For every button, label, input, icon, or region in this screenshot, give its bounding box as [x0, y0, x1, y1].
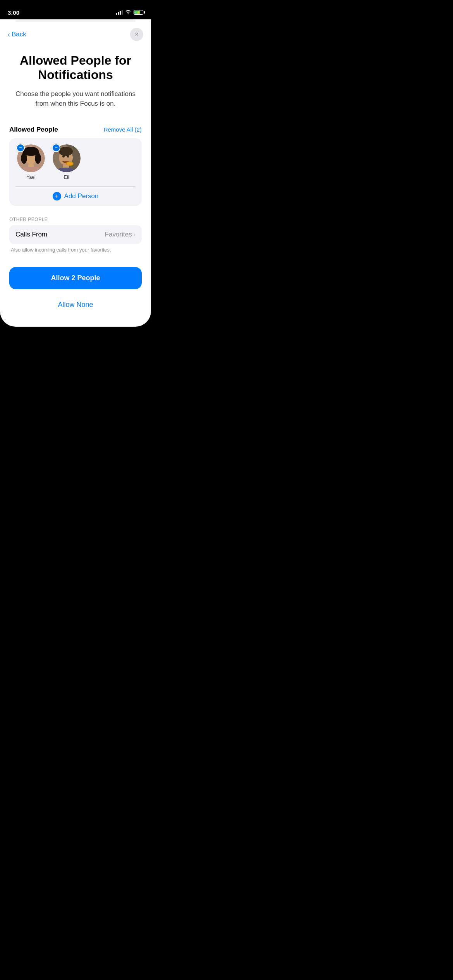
svg-point-14 [62, 155, 65, 158]
section-title: Allowed People [9, 126, 58, 134]
avatar-container-yael [17, 144, 45, 172]
status-time: 3:00 [8, 9, 19, 16]
title-section: Allowed People for Notifications Choose … [9, 46, 142, 115]
other-people-section: OTHER PEOPLE Calls From Favorites › Also… [9, 217, 142, 253]
calls-from-value: Favorites › [105, 231, 136, 238]
list-item: Yael [17, 144, 45, 180]
person-name-eli: Eli [64, 175, 69, 180]
close-button[interactable]: × [130, 28, 143, 41]
allowed-people-section: Allowed People Remove All (2) [9, 126, 142, 206]
page-subtitle: Choose the people you want notifications… [13, 89, 138, 109]
remove-badge-eli[interactable] [52, 144, 60, 152]
svg-point-11 [59, 147, 73, 156]
svg-rect-12 [62, 154, 65, 155]
signal-icon [116, 10, 123, 15]
add-person-row[interactable]: + Add Person [9, 187, 142, 206]
list-item: Eli [53, 144, 81, 180]
page-title: Allowed People for Notifications [13, 53, 138, 82]
person-name-yael: Yael [26, 175, 35, 180]
people-card: Yael [9, 138, 142, 206]
add-person-icon: + [53, 192, 61, 200]
section-header: Allowed People Remove All (2) [9, 126, 142, 134]
status-bar: 3:00 ⚡ [0, 0, 151, 19]
nav-bar: ‹ Back × [0, 22, 151, 46]
content-area: Allowed People for Notifications Choose … [0, 46, 151, 261]
close-icon: × [135, 31, 138, 38]
remove-badge-yael[interactable] [16, 144, 25, 152]
calls-from-card[interactable]: Calls From Favorites › [9, 225, 142, 244]
add-person-label: Add Person [64, 192, 99, 200]
people-list: Yael [9, 138, 142, 186]
bottom-actions: Allow 2 People Allow None [0, 261, 151, 327]
battery-icon: ⚡ [134, 10, 143, 15]
back-label: Back [12, 31, 26, 38]
allow-people-button[interactable]: Allow 2 People [9, 267, 142, 289]
svg-point-15 [67, 155, 69, 158]
status-icons: ⚡ [116, 10, 143, 15]
remove-all-button[interactable]: Remove All (2) [104, 126, 142, 133]
avatar-container-eli [53, 144, 81, 172]
calls-from-description: Also allow incoming calls from your favo… [9, 247, 142, 253]
screen: ‹ Back × Allowed People for Notification… [0, 19, 151, 327]
allow-none-button[interactable]: Allow None [9, 295, 142, 314]
svg-point-7 [23, 147, 39, 156]
calls-from-value-text: Favorites [105, 231, 132, 238]
chevron-right-icon: › [134, 231, 136, 238]
wifi-icon [125, 10, 131, 15]
other-people-header: OTHER PEOPLE [9, 217, 142, 222]
chevron-left-icon: ‹ [8, 31, 10, 39]
calls-from-label: Calls From [15, 231, 47, 238]
svg-rect-13 [67, 154, 70, 155]
back-button[interactable]: ‹ Back [8, 31, 26, 39]
